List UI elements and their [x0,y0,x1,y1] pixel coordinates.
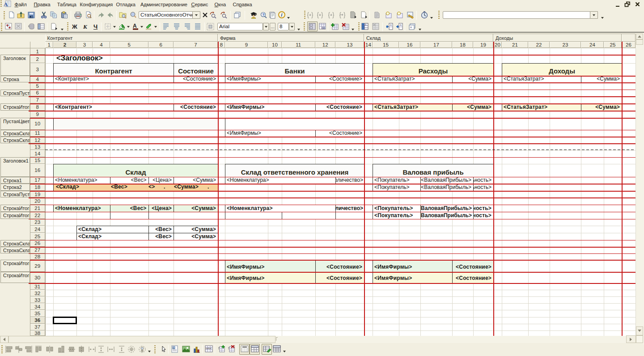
svg-text:A: A [4,1,8,8]
svg-text:?: ? [262,13,265,17]
svg-text:88: 88 [322,26,325,30]
svg-text:A: A [400,24,402,26]
svg-text:НАН: НАН [206,347,212,350]
svg-text:A: A [410,26,412,29]
svg-text:A: A [390,24,392,26]
svg-text:A: A [133,23,137,29]
